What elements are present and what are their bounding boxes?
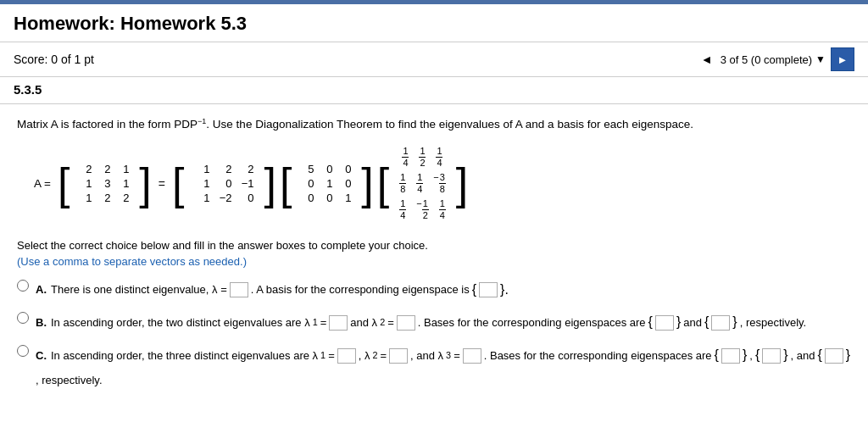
choice-B-text: B. In ascending order, the two distinct … bbox=[36, 310, 806, 335]
choice-A-basis-input[interactable] bbox=[479, 282, 498, 297]
choice-B-basis1-input[interactable] bbox=[655, 315, 674, 331]
nav-controls: ◄ 3 of 5 (0 complete) ▼ ► bbox=[698, 47, 854, 71]
choice-C-lambda2-input[interactable] bbox=[389, 348, 408, 364]
choice-C-text: C. In ascending order, the three distinc… bbox=[36, 343, 851, 390]
choice-C-set1-open: { bbox=[715, 343, 719, 368]
choice-C-text4: = bbox=[380, 346, 387, 365]
choice-C-text5: , and λ bbox=[410, 346, 443, 365]
matrix-Pinv: 14 12 14 18 14 −38 14 −12 14 bbox=[394, 142, 450, 225]
choice-C-radio[interactable] bbox=[17, 345, 29, 357]
problem-text1: Matrix A is factored in the form PDP bbox=[17, 118, 198, 131]
score-label: Score: bbox=[14, 53, 47, 66]
bracket-left-3: [ bbox=[280, 162, 292, 206]
choice-B-row: B. In ascending order, the two distinct … bbox=[17, 310, 851, 335]
choice-B-set2-open: { bbox=[704, 310, 709, 335]
page-title: Homework: Homework 5.3 bbox=[14, 13, 854, 35]
choice-A-set-open: { bbox=[472, 278, 476, 303]
choice-C-set2-open: { bbox=[755, 343, 760, 368]
choice-C-set3-close: } bbox=[846, 343, 850, 368]
nav-prev-button[interactable]: ◄ bbox=[698, 51, 715, 68]
choices-container: A. There is one distinct eigenvalue, λ =… bbox=[17, 278, 851, 391]
choice-B-lambda1-input[interactable] bbox=[329, 315, 348, 331]
choice-C-basis1-input[interactable] bbox=[721, 348, 740, 364]
choice-A-radio[interactable] bbox=[17, 280, 29, 292]
choice-B-text7: , respectively. bbox=[740, 313, 807, 332]
matrix-P: 122 10−1 1−20 bbox=[189, 159, 259, 208]
choice-A-text1: There is one distinct eigenvalue, λ = bbox=[51, 280, 227, 299]
choice-B-text5: . Bases for the corresponding eigenspace… bbox=[418, 313, 646, 332]
nav-next-button[interactable]: ► bbox=[831, 47, 854, 71]
nav-info-text: 3 of 5 (0 complete) bbox=[721, 53, 812, 66]
choice-B-set2-close: } bbox=[732, 310, 737, 335]
bracket-left-1: [ bbox=[58, 162, 70, 206]
choice-B-set1-close: } bbox=[676, 310, 681, 335]
choice-C-set3-open: { bbox=[818, 343, 822, 368]
matrix-A: 221 131 122 bbox=[75, 159, 134, 208]
score-display: Score: 0 of 1 pt bbox=[14, 53, 94, 66]
bracket-right-4: ] bbox=[456, 162, 468, 206]
choice-B-text4: = bbox=[387, 313, 394, 332]
choice-C-text1: In ascending order, the three distinct e… bbox=[51, 346, 318, 365]
content: Matrix A is factored in the form PDP−1. … bbox=[0, 104, 868, 402]
bracket-right-3: ] bbox=[361, 162, 373, 206]
choice-B-lambda2-input[interactable] bbox=[397, 315, 415, 331]
choice-B-text3: and λ bbox=[350, 313, 377, 332]
choice-C-text8: , bbox=[749, 346, 753, 365]
choice-A-text2: . A basis for the corresponding eigenspa… bbox=[251, 280, 470, 299]
choice-C-set2-close: } bbox=[783, 343, 787, 368]
section-number: 5.3.5 bbox=[0, 77, 868, 104]
choice-B-sub2: 2 bbox=[380, 314, 385, 331]
bracket-left-4: [ bbox=[377, 162, 389, 206]
choice-C-text6: = bbox=[453, 346, 460, 365]
choice-C-basis3-input[interactable] bbox=[825, 348, 843, 364]
choice-C-text7: . Bases for the corresponding eigenspace… bbox=[484, 346, 712, 365]
choice-A-text: A. There is one distinct eigenvalue, λ =… bbox=[36, 278, 509, 303]
matrix-D: 500 010 001 bbox=[297, 159, 356, 208]
bracket-right-2: ] bbox=[264, 162, 275, 206]
choice-B-sub1: 1 bbox=[313, 314, 318, 331]
choice-B-text6: and bbox=[683, 313, 702, 332]
matrix-equation: A = [ 221 131 122 ] = [ 122 10−1 1−20 ] … bbox=[34, 142, 851, 225]
choice-A-lambda-input[interactable] bbox=[230, 282, 248, 297]
score-bar: Score: 0 of 1 pt ◄ 3 of 5 (0 complete) ▼… bbox=[0, 42, 868, 77]
choice-C-sub1: 1 bbox=[320, 347, 326, 364]
choice-C-text10: , respectively. bbox=[36, 370, 103, 390]
choice-B-label: B. bbox=[36, 313, 47, 332]
choice-C-sub2: 2 bbox=[372, 347, 377, 364]
choice-C-label: C. bbox=[36, 346, 47, 365]
problem-exponent: −1 bbox=[198, 118, 206, 131]
choice-B-text2: = bbox=[320, 313, 327, 332]
score-value: 0 of 1 pt bbox=[51, 53, 94, 66]
choice-C-text3: , λ bbox=[359, 346, 370, 365]
choice-C-text9: , and bbox=[791, 346, 815, 365]
instructions-note: (Use a comma to separate vectors as need… bbox=[17, 255, 851, 268]
a-equals-label: A = bbox=[34, 177, 51, 190]
choice-C-row: C. In ascending order, the three distinc… bbox=[17, 343, 851, 390]
bracket-right-1: ] bbox=[139, 162, 151, 206]
choice-B-radio[interactable] bbox=[17, 312, 29, 324]
choice-B-set1-open: { bbox=[648, 310, 653, 335]
choice-C-lambda1-input[interactable] bbox=[337, 348, 356, 364]
choice-B-basis2-input[interactable] bbox=[711, 315, 730, 331]
choice-B-text1: In ascending order, the two distinct eig… bbox=[51, 313, 310, 332]
choice-C-lambda3-input[interactable] bbox=[463, 348, 481, 364]
problem-text2: . Use the Diagonalization Theorem to fin… bbox=[206, 118, 693, 131]
choice-C-basis2-input[interactable] bbox=[762, 348, 781, 364]
problem-statement: Matrix A is factored in the form PDP−1. … bbox=[17, 116, 851, 131]
header: Homework: Homework 5.3 bbox=[0, 4, 868, 42]
nav-dropdown[interactable]: ▼ bbox=[815, 53, 826, 65]
choice-C-sub3: 3 bbox=[446, 347, 451, 364]
choice-C-set1-close: } bbox=[743, 343, 747, 368]
bracket-left-2: [ bbox=[172, 162, 184, 206]
choice-A-set-close: }. bbox=[500, 278, 509, 303]
instructions: Select the correct choice below and fill… bbox=[17, 239, 851, 252]
nav-info: 3 of 5 (0 complete) ▼ bbox=[721, 53, 826, 66]
equals-1: = bbox=[159, 177, 165, 191]
choice-A-row: A. There is one distinct eigenvalue, λ =… bbox=[17, 278, 851, 303]
choice-A-label: A. bbox=[36, 280, 47, 299]
choice-C-text2: = bbox=[328, 346, 335, 365]
